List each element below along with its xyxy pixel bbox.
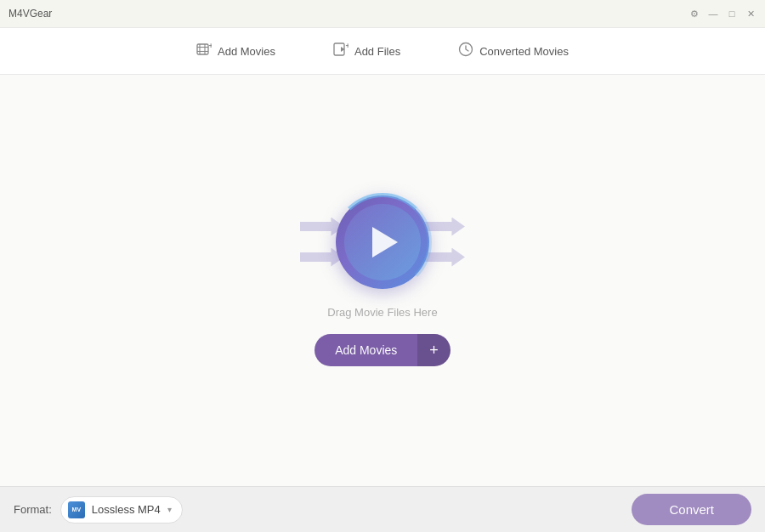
svg-text:+: + [209, 42, 212, 50]
svg-rect-0 [197, 44, 208, 54]
converted-movies-label: Converted Movies [479, 45, 569, 58]
converted-movies-icon [458, 42, 473, 60]
add-files-icon: + [333, 42, 348, 59]
add-files-tab[interactable]: + Add Files [325, 37, 409, 65]
converted-movies-tab[interactable]: Converted Movies [450, 37, 577, 65]
play-circle [336, 195, 429, 289]
add-movies-label: Add Movies [218, 45, 275, 58]
close-button[interactable]: ✕ [745, 8, 756, 20]
add-movies-plus-icon: + [417, 334, 450, 366]
illustration [300, 195, 465, 289]
maximize-button[interactable]: □ [726, 8, 738, 20]
format-label: Format: [14, 503, 52, 516]
main-content: Drag Movie Files Here Add Movies + [0, 75, 765, 486]
format-section: Format: MV Lossless MP4 ▾ [14, 496, 183, 524]
format-icon: MV [68, 501, 85, 518]
add-files-label: Add Files [354, 45, 400, 58]
minimize-button[interactable]: — [707, 8, 719, 20]
add-movies-icon: + [196, 42, 212, 59]
window-controls: ⚙ — □ ✕ [688, 8, 756, 20]
app-title: M4VGear [8, 8, 52, 20]
add-movies-button[interactable]: Add Movies + [314, 334, 450, 366]
chevron-down-icon: ▾ [167, 505, 172, 514]
settings-button[interactable]: ⚙ [688, 8, 700, 20]
add-movies-tab[interactable]: + Add Movies [188, 37, 284, 65]
svg-text:+: + [345, 42, 348, 50]
format-name: Lossless MP4 [92, 503, 161, 516]
bottom-bar: Format: MV Lossless MP4 ▾ Convert [0, 486, 765, 532]
drag-text: Drag Movie Files Here [327, 306, 437, 319]
play-triangle [372, 227, 398, 258]
add-movies-button-label: Add Movies [314, 335, 417, 365]
convert-button[interactable]: Convert [632, 494, 751, 525]
title-bar: M4VGear ⚙ — □ ✕ [0, 0, 765, 27]
format-dropdown[interactable]: MV Lossless MP4 ▾ [60, 496, 183, 524]
toolbar: + Add Movies + Add Files Converted Movie… [0, 27, 765, 75]
